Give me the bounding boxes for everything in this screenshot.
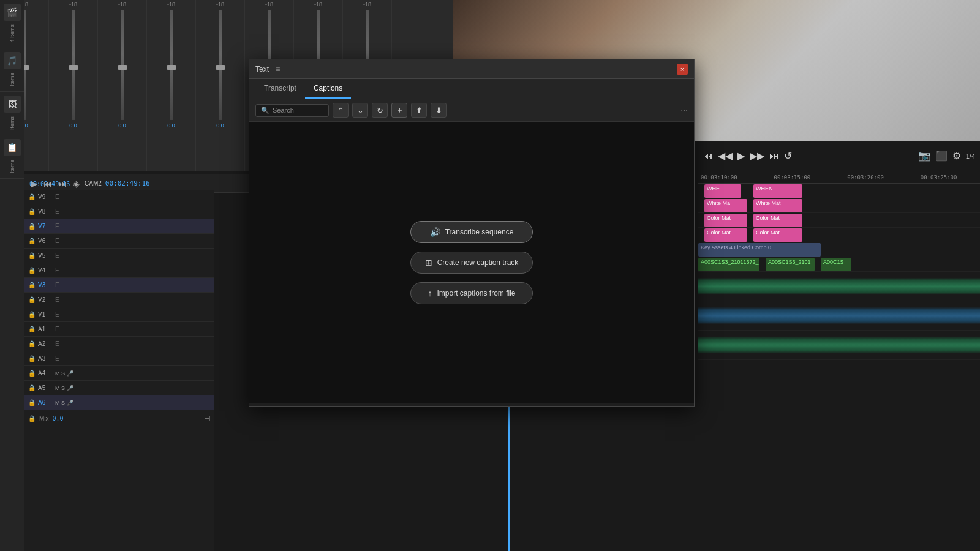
import-captions-icon: ↑ bbox=[428, 288, 432, 298]
step-fwd-btn[interactable]: ▶▶ bbox=[750, 150, 764, 162]
lock-icon: 🔒 bbox=[28, 208, 36, 215]
clip-colormat-3[interactable]: Color Mat bbox=[704, 228, 747, 242]
clip-colormat-2[interactable]: Color Mat bbox=[753, 214, 802, 227]
sidebar-icon-2[interactable]: 🎵 bbox=[4, 52, 21, 69]
sidebar-count-2: Items bbox=[9, 73, 15, 86]
align-bottom-btn[interactable]: ⬇ bbox=[431, 103, 447, 118]
track-row-a2: 🔒 A2 E bbox=[24, 337, 214, 351]
search-box[interactable]: 🔍 Search bbox=[255, 104, 329, 117]
tab-captions[interactable]: Captions bbox=[305, 79, 351, 99]
track-row-v3: 🔒 V3 E bbox=[24, 278, 214, 293]
track-name-a5: A5 bbox=[38, 384, 53, 391]
play-stop-btn[interactable]: ▶ bbox=[737, 150, 745, 162]
go-start-btn[interactable]: ⏮ bbox=[703, 151, 713, 162]
clip-a00sc3[interactable]: A00C1S bbox=[821, 258, 851, 271]
track-label-v1: E bbox=[55, 311, 59, 318]
lock-icon: 🔒 bbox=[28, 340, 36, 347]
track-name-v3: V3 bbox=[38, 282, 53, 288]
sequence-timecode: 00:02:49:16 bbox=[105, 179, 150, 187]
go-end-btn[interactable]: ⏭ bbox=[769, 151, 779, 162]
transcribe-icon: 🔊 bbox=[430, 227, 440, 237]
align-top-btn[interactable]: ⬆ bbox=[411, 103, 427, 118]
track-row-v2: 🔒 V2 E bbox=[24, 293, 214, 307]
clip-keyassets[interactable]: Key Assets 4 Linked Comp 0 bbox=[698, 243, 821, 257]
track-row-a1: 🔒 A1 E bbox=[24, 322, 214, 337]
track-label-v7: E bbox=[55, 223, 59, 230]
modal-title: Text ≡ bbox=[255, 65, 677, 73]
sidebar-icon-4[interactable]: 📋 bbox=[4, 139, 21, 156]
import-captions-button[interactable]: ↑ Import captions from file bbox=[410, 282, 533, 304]
track-label-v3: E bbox=[55, 282, 59, 288]
mix-value: 0.0 bbox=[53, 415, 64, 422]
track-name-v9: V9 bbox=[38, 193, 53, 200]
modal-close-button[interactable]: × bbox=[677, 64, 688, 75]
clip-whitemat-1[interactable]: White Ma bbox=[704, 199, 747, 212]
lock-icon: 🔒 bbox=[28, 384, 36, 391]
lock-icon: 🔒 bbox=[28, 193, 36, 200]
track-name-a6: A6 bbox=[38, 399, 53, 406]
track-row-v5: 🔒 V5 E bbox=[24, 249, 214, 263]
modal-toolbar: 🔍 Search ⌃ ⌄ ↻ ＋ ⬆ ⬇ ··· bbox=[249, 99, 694, 122]
clip-whitemat-2[interactable]: White Mat bbox=[753, 199, 802, 212]
track-label-v8: E bbox=[55, 208, 59, 215]
sidebar-icon-3[interactable]: 🖼 bbox=[4, 96, 21, 113]
mixer-channel: -18 0.0 bbox=[98, 0, 147, 171]
track-row-a4: 🔒 A4 M S 🎤 bbox=[24, 366, 214, 381]
track-name-v1: V1 bbox=[38, 311, 53, 318]
tab-transcript[interactable]: Transcript bbox=[255, 79, 305, 99]
track-label-a1: E bbox=[55, 326, 59, 332]
settings-btn[interactable]: ⚙ bbox=[952, 150, 961, 162]
refresh-btn[interactable]: ↻ bbox=[372, 103, 388, 118]
track-name-a1: A1 bbox=[38, 326, 53, 332]
clip-whe[interactable]: WHE bbox=[704, 184, 741, 198]
sidebar-count-1: 4 Items bbox=[9, 24, 15, 43]
track-labels: 🔒 V9 E 🔒 V8 E 🔒 V7 E 🔒 V6 E 🔒 V5 E 🔒 V4 … bbox=[24, 190, 214, 551]
camera-btn[interactable]: 📷 bbox=[918, 150, 930, 162]
track-row-v6: 🔒 V6 E bbox=[24, 234, 214, 249]
clip-a00sc1[interactable]: A00SC1S3_21011372_YT00 bbox=[698, 258, 760, 271]
ruler-mark-2: 00:03:15:00 bbox=[774, 174, 811, 181]
sidebar-icon-1[interactable]: 🎬 bbox=[4, 4, 21, 21]
lock-icon: 🔒 bbox=[28, 267, 36, 274]
clip-row-1: White Ma White Mat bbox=[698, 198, 980, 213]
track-name-v8: V8 bbox=[38, 208, 53, 215]
menu-icon[interactable]: ≡ bbox=[276, 65, 280, 73]
loop-btn[interactable]: ↺ bbox=[784, 150, 792, 162]
timeline-clips: WHE WHEN White Ma White Mat Color Mat Co… bbox=[698, 184, 980, 551]
clip-row-4: Key Assets 4 Linked Comp 0 bbox=[698, 242, 980, 257]
sidebar-group-4: 📋 Items bbox=[0, 135, 24, 179]
collapse-up-btn[interactable]: ⌃ bbox=[333, 103, 349, 118]
ruler-mark-3: 00:03:20:00 bbox=[847, 174, 884, 181]
clip-colormat-4[interactable]: Color Mat bbox=[753, 228, 802, 242]
transcribe-sequence-button[interactable]: 🔊 Transcribe sequence bbox=[410, 221, 533, 243]
clip-a00sc2[interactable]: A00SC1S3_2101 bbox=[766, 258, 815, 271]
export-btn[interactable]: ⬛ bbox=[935, 150, 948, 162]
track-row-a5: 🔒 A5 M S 🎤 bbox=[24, 381, 214, 395]
mixer-channel: -18 0.0 bbox=[147, 0, 196, 171]
modal-tabs: Transcript Captions bbox=[249, 79, 694, 99]
track-label-v6: E bbox=[55, 238, 59, 244]
mix-end-btn[interactable]: ⊣ bbox=[204, 414, 210, 423]
sidebar-group-2: 🎵 Items bbox=[0, 48, 24, 92]
audio-waveform-row-2 bbox=[698, 301, 980, 331]
add-caption-btn[interactable]: ＋ bbox=[391, 103, 407, 118]
track-row-v7: 🔒 V7 E bbox=[24, 219, 214, 234]
more-options-btn[interactable]: ··· bbox=[680, 105, 688, 115]
create-caption-track-button[interactable]: ⊞ Create new caption track bbox=[410, 252, 533, 274]
lock-icon: 🔒 bbox=[28, 355, 36, 362]
track-name-a2: A2 bbox=[38, 340, 53, 347]
transcribe-label: Transcribe sequence bbox=[445, 228, 514, 236]
clip-when[interactable]: WHEN bbox=[753, 184, 802, 198]
cam-label: CAM2 bbox=[85, 180, 102, 187]
step-back-btn[interactable]: ◀◀ bbox=[718, 150, 733, 162]
clip-colormat-1[interactable]: Color Mat bbox=[704, 214, 747, 227]
lock-icon: 🔒 bbox=[28, 415, 36, 422]
lock-icon: 🔒 bbox=[28, 370, 36, 377]
lock-icon: 🔒 bbox=[28, 252, 36, 259]
expand-down-btn[interactable]: ⌄ bbox=[352, 103, 368, 118]
sidebar-group-3: 🖼 Items bbox=[0, 92, 24, 135]
sidebar-count-4: Items bbox=[9, 160, 15, 173]
track-label-v4: E bbox=[55, 267, 59, 274]
search-placeholder: Search bbox=[273, 107, 294, 114]
waveform-1 bbox=[698, 272, 980, 301]
